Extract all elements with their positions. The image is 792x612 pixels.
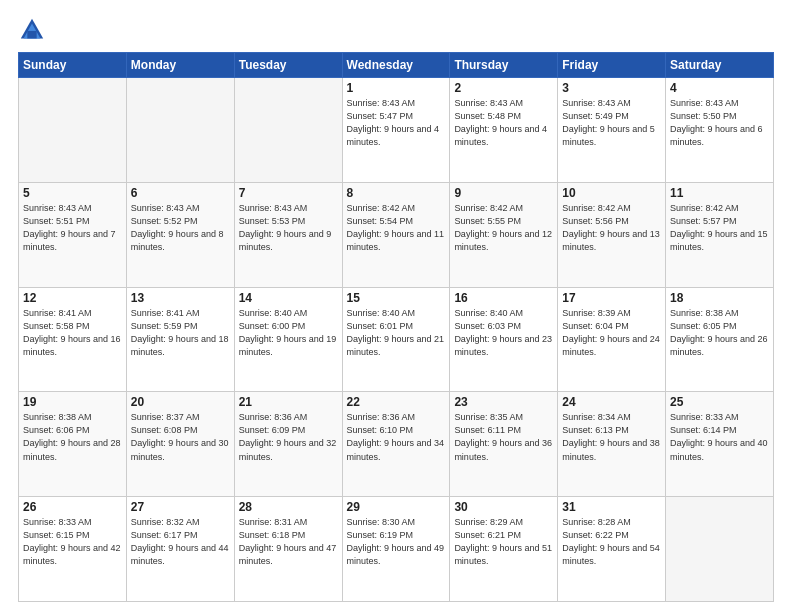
day-number: 8 (347, 186, 446, 200)
day-info: Sunrise: 8:42 AM Sunset: 5:57 PM Dayligh… (670, 202, 769, 254)
logo (18, 16, 50, 44)
day-info: Sunrise: 8:43 AM Sunset: 5:51 PM Dayligh… (23, 202, 122, 254)
day-number: 22 (347, 395, 446, 409)
calendar-cell: 29Sunrise: 8:30 AM Sunset: 6:19 PM Dayli… (342, 497, 450, 602)
day-number: 5 (23, 186, 122, 200)
day-info: Sunrise: 8:43 AM Sunset: 5:49 PM Dayligh… (562, 97, 661, 149)
day-number: 26 (23, 500, 122, 514)
calendar-cell: 10Sunrise: 8:42 AM Sunset: 5:56 PM Dayli… (558, 182, 666, 287)
day-number: 4 (670, 81, 769, 95)
calendar-cell: 8Sunrise: 8:42 AM Sunset: 5:54 PM Daylig… (342, 182, 450, 287)
day-info: Sunrise: 8:39 AM Sunset: 6:04 PM Dayligh… (562, 307, 661, 359)
day-number: 23 (454, 395, 553, 409)
calendar-cell: 31Sunrise: 8:28 AM Sunset: 6:22 PM Dayli… (558, 497, 666, 602)
day-number: 10 (562, 186, 661, 200)
calendar-cell: 2Sunrise: 8:43 AM Sunset: 5:48 PM Daylig… (450, 78, 558, 183)
day-number: 24 (562, 395, 661, 409)
calendar-cell: 19Sunrise: 8:38 AM Sunset: 6:06 PM Dayli… (19, 392, 127, 497)
calendar-cell (234, 78, 342, 183)
day-info: Sunrise: 8:33 AM Sunset: 6:14 PM Dayligh… (670, 411, 769, 463)
day-number: 6 (131, 186, 230, 200)
calendar-cell: 3Sunrise: 8:43 AM Sunset: 5:49 PM Daylig… (558, 78, 666, 183)
day-number: 1 (347, 81, 446, 95)
day-info: Sunrise: 8:43 AM Sunset: 5:50 PM Dayligh… (670, 97, 769, 149)
calendar-cell: 9Sunrise: 8:42 AM Sunset: 5:55 PM Daylig… (450, 182, 558, 287)
day-info: Sunrise: 8:41 AM Sunset: 5:59 PM Dayligh… (131, 307, 230, 359)
calendar-cell: 6Sunrise: 8:43 AM Sunset: 5:52 PM Daylig… (126, 182, 234, 287)
day-number: 25 (670, 395, 769, 409)
day-info: Sunrise: 8:43 AM Sunset: 5:52 PM Dayligh… (131, 202, 230, 254)
day-number: 19 (23, 395, 122, 409)
calendar-cell: 17Sunrise: 8:39 AM Sunset: 6:04 PM Dayli… (558, 287, 666, 392)
day-number: 28 (239, 500, 338, 514)
day-info: Sunrise: 8:42 AM Sunset: 5:54 PM Dayligh… (347, 202, 446, 254)
day-info: Sunrise: 8:38 AM Sunset: 6:06 PM Dayligh… (23, 411, 122, 463)
day-number: 30 (454, 500, 553, 514)
day-info: Sunrise: 8:35 AM Sunset: 6:11 PM Dayligh… (454, 411, 553, 463)
day-info: Sunrise: 8:29 AM Sunset: 6:21 PM Dayligh… (454, 516, 553, 568)
day-number: 15 (347, 291, 446, 305)
calendar-cell: 12Sunrise: 8:41 AM Sunset: 5:58 PM Dayli… (19, 287, 127, 392)
day-number: 3 (562, 81, 661, 95)
calendar-cell: 15Sunrise: 8:40 AM Sunset: 6:01 PM Dayli… (342, 287, 450, 392)
day-number: 20 (131, 395, 230, 409)
calendar-cell: 22Sunrise: 8:36 AM Sunset: 6:10 PM Dayli… (342, 392, 450, 497)
calendar-cell: 16Sunrise: 8:40 AM Sunset: 6:03 PM Dayli… (450, 287, 558, 392)
day-number: 9 (454, 186, 553, 200)
day-number: 12 (23, 291, 122, 305)
day-number: 29 (347, 500, 446, 514)
day-number: 13 (131, 291, 230, 305)
calendar-cell: 21Sunrise: 8:36 AM Sunset: 6:09 PM Dayli… (234, 392, 342, 497)
calendar-cell (666, 497, 774, 602)
weekday-header-thursday: Thursday (450, 53, 558, 78)
calendar-cell: 24Sunrise: 8:34 AM Sunset: 6:13 PM Dayli… (558, 392, 666, 497)
calendar-cell: 26Sunrise: 8:33 AM Sunset: 6:15 PM Dayli… (19, 497, 127, 602)
day-info: Sunrise: 8:28 AM Sunset: 6:22 PM Dayligh… (562, 516, 661, 568)
day-number: 7 (239, 186, 338, 200)
day-info: Sunrise: 8:32 AM Sunset: 6:17 PM Dayligh… (131, 516, 230, 568)
calendar-cell: 13Sunrise: 8:41 AM Sunset: 5:59 PM Dayli… (126, 287, 234, 392)
calendar-table: SundayMondayTuesdayWednesdayThursdayFrid… (18, 52, 774, 602)
day-info: Sunrise: 8:43 AM Sunset: 5:48 PM Dayligh… (454, 97, 553, 149)
day-number: 2 (454, 81, 553, 95)
calendar-cell: 14Sunrise: 8:40 AM Sunset: 6:00 PM Dayli… (234, 287, 342, 392)
day-info: Sunrise: 8:43 AM Sunset: 5:47 PM Dayligh… (347, 97, 446, 149)
calendar-cell: 28Sunrise: 8:31 AM Sunset: 6:18 PM Dayli… (234, 497, 342, 602)
day-info: Sunrise: 8:43 AM Sunset: 5:53 PM Dayligh… (239, 202, 338, 254)
day-info: Sunrise: 8:33 AM Sunset: 6:15 PM Dayligh… (23, 516, 122, 568)
day-number: 18 (670, 291, 769, 305)
day-info: Sunrise: 8:40 AM Sunset: 6:03 PM Dayligh… (454, 307, 553, 359)
calendar-cell: 7Sunrise: 8:43 AM Sunset: 5:53 PM Daylig… (234, 182, 342, 287)
day-info: Sunrise: 8:36 AM Sunset: 6:10 PM Dayligh… (347, 411, 446, 463)
weekday-header-friday: Friday (558, 53, 666, 78)
logo-icon (18, 16, 46, 44)
day-info: Sunrise: 8:42 AM Sunset: 5:55 PM Dayligh… (454, 202, 553, 254)
weekday-header-saturday: Saturday (666, 53, 774, 78)
calendar-cell: 11Sunrise: 8:42 AM Sunset: 5:57 PM Dayli… (666, 182, 774, 287)
day-info: Sunrise: 8:31 AM Sunset: 6:18 PM Dayligh… (239, 516, 338, 568)
page: SundayMondayTuesdayWednesdayThursdayFrid… (0, 0, 792, 612)
calendar-cell: 27Sunrise: 8:32 AM Sunset: 6:17 PM Dayli… (126, 497, 234, 602)
svg-rect-2 (27, 31, 36, 38)
day-info: Sunrise: 8:40 AM Sunset: 6:00 PM Dayligh… (239, 307, 338, 359)
calendar-cell: 5Sunrise: 8:43 AM Sunset: 5:51 PM Daylig… (19, 182, 127, 287)
calendar-cell: 30Sunrise: 8:29 AM Sunset: 6:21 PM Dayli… (450, 497, 558, 602)
day-info: Sunrise: 8:42 AM Sunset: 5:56 PM Dayligh… (562, 202, 661, 254)
day-number: 31 (562, 500, 661, 514)
calendar-cell: 23Sunrise: 8:35 AM Sunset: 6:11 PM Dayli… (450, 392, 558, 497)
day-info: Sunrise: 8:37 AM Sunset: 6:08 PM Dayligh… (131, 411, 230, 463)
calendar-cell: 1Sunrise: 8:43 AM Sunset: 5:47 PM Daylig… (342, 78, 450, 183)
day-number: 11 (670, 186, 769, 200)
weekday-header-sunday: Sunday (19, 53, 127, 78)
calendar-cell: 25Sunrise: 8:33 AM Sunset: 6:14 PM Dayli… (666, 392, 774, 497)
calendar-cell: 20Sunrise: 8:37 AM Sunset: 6:08 PM Dayli… (126, 392, 234, 497)
day-info: Sunrise: 8:41 AM Sunset: 5:58 PM Dayligh… (23, 307, 122, 359)
day-number: 14 (239, 291, 338, 305)
calendar-cell (126, 78, 234, 183)
calendar-cell (19, 78, 127, 183)
day-number: 16 (454, 291, 553, 305)
weekday-header-tuesday: Tuesday (234, 53, 342, 78)
weekday-header-monday: Monday (126, 53, 234, 78)
calendar-cell: 18Sunrise: 8:38 AM Sunset: 6:05 PM Dayli… (666, 287, 774, 392)
day-info: Sunrise: 8:36 AM Sunset: 6:09 PM Dayligh… (239, 411, 338, 463)
